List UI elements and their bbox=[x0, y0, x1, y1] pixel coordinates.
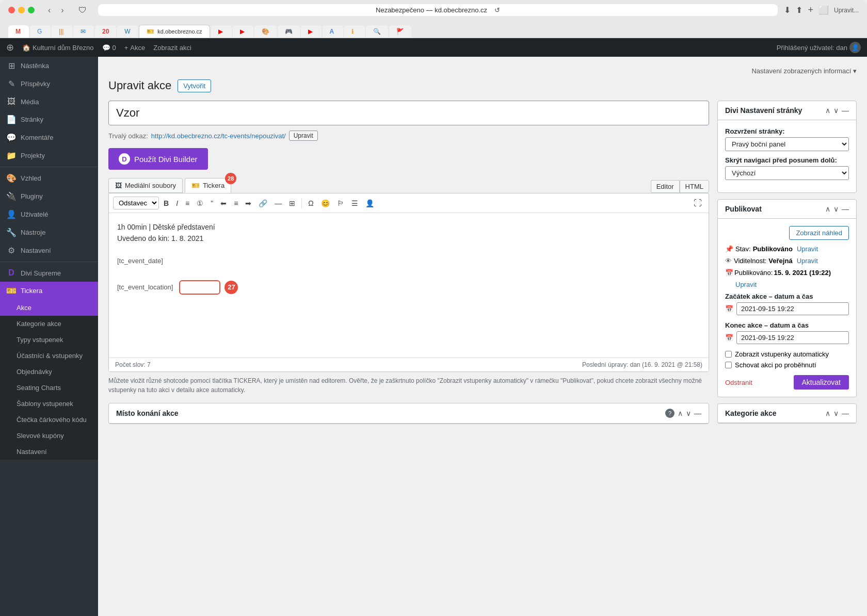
align-center-btn[interactable]: ≡ bbox=[231, 198, 240, 209]
hide-after-checkbox[interactable] bbox=[725, 362, 732, 368]
reload-icon[interactable]: ↺ bbox=[494, 6, 500, 14]
tickera-tab[interactable]: 🎫 Tickera bbox=[185, 178, 231, 193]
divi-up-icon[interactable]: ∧ bbox=[825, 106, 830, 115]
sidebar-submenu-kategorie[interactable]: Kategorie akce bbox=[0, 316, 98, 332]
user-btn[interactable]: 👤 bbox=[363, 198, 377, 209]
tab-20[interactable]: 20 bbox=[95, 25, 116, 38]
venue-up-icon[interactable]: ∧ bbox=[678, 409, 683, 417]
preview-btn[interactable]: Zobrazit náhled bbox=[789, 226, 849, 240]
venue-help-icon[interactable]: ? bbox=[665, 409, 675, 418]
permalink-edit-btn[interactable]: Upravit bbox=[289, 131, 318, 141]
hide-nav-select[interactable]: Výchozí bbox=[725, 166, 849, 180]
tab-a[interactable]: A bbox=[323, 25, 343, 38]
admin-bar-site[interactable]: 🏠 Kulturní dům Březno bbox=[22, 44, 94, 52]
update-btn[interactable]: Aktualizovat bbox=[794, 375, 849, 390]
kategorie-header[interactable]: Kategorie akce ∧ ∨ — bbox=[718, 404, 856, 423]
published-edit-link[interactable]: Upravit bbox=[735, 281, 757, 288]
tab-gmail[interactable]: M bbox=[8, 25, 29, 38]
tab-youtube1[interactable]: ▶ bbox=[211, 25, 232, 38]
tab-tickera-active[interactable]: 🎫 kd.obecbrezno.cz bbox=[139, 25, 210, 38]
sidebar-item-tickera[interactable]: 🎫 Tickera bbox=[0, 282, 98, 300]
sidebar-item-divi-supreme[interactable]: D Divi Supreme bbox=[0, 264, 98, 282]
sidebar-item-nastaveni[interactable]: ⚙ Nastavení bbox=[0, 241, 98, 260]
sidebar-item-stranky[interactable]: 📄 Stránky bbox=[0, 110, 98, 128]
divi-minimize-icon[interactable]: — bbox=[842, 106, 849, 115]
emoji-btn[interactable]: 😊 bbox=[318, 198, 332, 209]
post-title-input[interactable] bbox=[108, 101, 709, 125]
url-bar[interactable]: Nezabezpečeno — kd.obecbrezno.cz bbox=[376, 6, 487, 14]
media-tab[interactable]: 🖼 Mediální soubory bbox=[108, 178, 183, 193]
publish-minimize-icon[interactable]: — bbox=[842, 205, 849, 213]
sidebar-submenu-akce[interactable]: Akce bbox=[0, 300, 98, 316]
kategorie-up-icon[interactable]: ∧ bbox=[825, 409, 830, 417]
align-left-btn[interactable]: ⬅ bbox=[218, 198, 229, 209]
toolbar-style-select[interactable]: Odstavec bbox=[113, 197, 159, 209]
publish-header[interactable]: Publikovat ∧ ∨ — bbox=[718, 200, 856, 219]
flag-btn[interactable]: 🏳 bbox=[334, 198, 347, 209]
sidebar-item-uzivatele[interactable]: 👤 Uživatelé bbox=[0, 205, 98, 223]
kategorie-down-icon[interactable]: ∨ bbox=[833, 409, 839, 417]
tab-youtube3[interactable]: ▶ bbox=[301, 25, 322, 38]
editor-mode-btn[interactable]: Editor bbox=[651, 180, 680, 193]
delete-btn[interactable]: Odstranit bbox=[725, 379, 752, 386]
sidebar-submenu-typy[interactable]: Typy vstupenek bbox=[0, 332, 98, 348]
sidebar-item-prispevky[interactable]: ✎ Příspěvky bbox=[0, 75, 98, 93]
sidebar-submenu-seating[interactable]: Seating Charts bbox=[0, 380, 98, 396]
admin-bar-comments[interactable]: 💬 0 bbox=[102, 44, 116, 52]
sidebar-item-vzhled[interactable]: 🎨 Vzhled bbox=[0, 169, 98, 187]
venue-minimize-icon[interactable]: — bbox=[694, 409, 701, 417]
forward-button[interactable]: › bbox=[58, 5, 67, 16]
sidebar-item-projekty[interactable]: 📁 Projekty bbox=[0, 147, 98, 165]
traffic-light-red[interactable] bbox=[8, 7, 15, 13]
download-icon[interactable]: ⬇ bbox=[784, 5, 791, 15]
publish-down-icon[interactable]: ∨ bbox=[833, 205, 839, 213]
ordered-list-btn[interactable]: ① bbox=[194, 198, 206, 209]
kategorie-minimize-icon[interactable]: — bbox=[842, 409, 849, 417]
divi-settings-header[interactable]: Divi Nastavení stránky ∧ ∨ — bbox=[718, 101, 856, 120]
sidebar-item-pluginy[interactable]: 🔌 Pluginy bbox=[0, 187, 98, 205]
fullscreen-btn[interactable]: ⛶ bbox=[691, 197, 704, 209]
tab-search[interactable]: 🔍 bbox=[366, 25, 388, 38]
admin-bar-view[interactable]: Zobrazit akci bbox=[153, 44, 191, 52]
sidebar-item-media[interactable]: 🖼 Média bbox=[0, 93, 98, 110]
bold-btn[interactable]: B bbox=[161, 198, 171, 209]
layout-select[interactable]: Pravý boční panel bbox=[725, 137, 849, 151]
special-chars-btn[interactable]: Ω bbox=[306, 198, 316, 209]
tab-youtube2[interactable]: ▶ bbox=[233, 25, 253, 38]
divi-down-icon[interactable]: ∨ bbox=[833, 106, 839, 115]
editor-content[interactable]: 1h 00min | Dětské představení Uvedeno do… bbox=[109, 213, 709, 358]
tab-wp[interactable]: W bbox=[117, 25, 138, 38]
unordered-list-btn[interactable]: ≡ bbox=[183, 198, 192, 209]
align-right-btn[interactable]: ➡ bbox=[243, 198, 254, 209]
tab-info[interactable]: ℹ bbox=[344, 25, 365, 38]
split-icon[interactable]: ⬜ bbox=[818, 5, 829, 15]
tab-google[interactable]: G bbox=[30, 25, 51, 38]
traffic-light-yellow[interactable] bbox=[18, 7, 25, 13]
list-view-btn[interactable]: ☰ bbox=[349, 198, 361, 209]
table-btn[interactable]: ⊞ bbox=[286, 198, 298, 209]
end-datetime-input[interactable] bbox=[736, 331, 849, 344]
sidebar-submenu-nastaveni[interactable]: Nastavení bbox=[0, 444, 98, 460]
create-button[interactable]: Vytvořit bbox=[178, 79, 211, 92]
html-mode-btn[interactable]: HTML bbox=[680, 180, 709, 193]
permalink-url[interactable]: http://kd.obecbrezno.cz/tc-events/nepouz… bbox=[151, 132, 286, 140]
display-settings-btn[interactable]: Nastavení zobrazených informací ▾ bbox=[751, 67, 857, 75]
sidebar-item-nastroje[interactable]: 🔧 Nástroje bbox=[0, 223, 98, 241]
admin-bar-new[interactable]: + Akce bbox=[124, 44, 146, 52]
tab-mail[interactable]: ✉ bbox=[73, 25, 94, 38]
start-datetime-input[interactable] bbox=[736, 302, 849, 315]
divi-builder-button[interactable]: D Použít Divi Builder bbox=[108, 148, 208, 170]
sidebar-submenu-slevove[interactable]: Slevové kupóny bbox=[0, 428, 98, 444]
traffic-light-green[interactable] bbox=[28, 7, 35, 13]
tab-analytics[interactable]: ||| bbox=[52, 25, 72, 38]
wp-logo[interactable]: ⊕ bbox=[6, 42, 14, 53]
back-button[interactable]: ‹ bbox=[45, 5, 54, 16]
tab-color[interactable]: 🎨 bbox=[254, 25, 277, 38]
sidebar-submenu-ucastnici[interactable]: Účastníci & vstupenky bbox=[0, 348, 98, 364]
sidebar-submenu-objednavky[interactable]: Objednávky bbox=[0, 364, 98, 380]
status-edit-link[interactable]: Upravit bbox=[797, 245, 818, 253]
italic-btn[interactable]: I bbox=[173, 198, 181, 209]
sidebar-submenu-sablony[interactable]: Šablony vstupenek bbox=[0, 396, 98, 412]
share-icon[interactable]: ⬆ bbox=[796, 5, 802, 15]
venue-down-icon[interactable]: ∨ bbox=[686, 409, 691, 417]
